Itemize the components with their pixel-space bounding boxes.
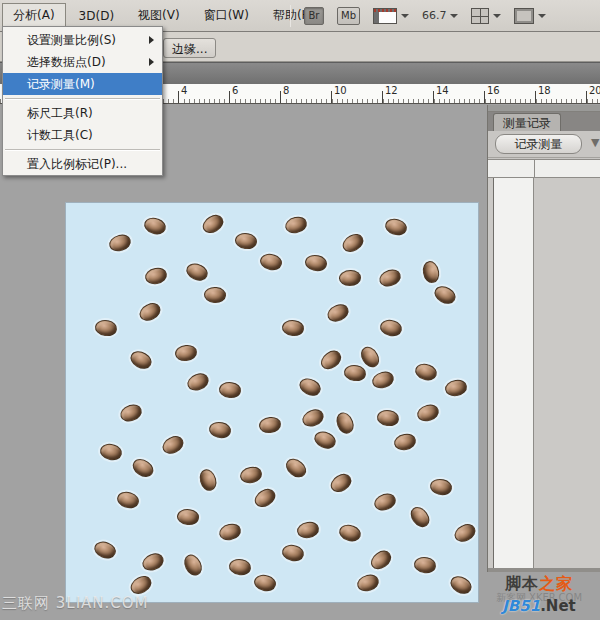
chevron-down-icon (538, 14, 546, 18)
menu-item-label: 置入比例标记(P)... (27, 157, 127, 171)
menu-item-select-data-points[interactable]: 选择数据点(D) (3, 51, 162, 73)
seed (142, 215, 168, 238)
seed (137, 300, 164, 324)
bridge-button[interactable]: Br (304, 7, 324, 25)
ruler-number: 4 (181, 85, 187, 96)
seed (218, 381, 242, 400)
arrange-documents-icon (471, 8, 489, 24)
menu-item-place-scale-marker[interactable]: 置入比例标记(P)... (3, 153, 162, 175)
seed (118, 402, 144, 424)
watermark-text: JB51 (502, 597, 540, 615)
seeds-layer (66, 203, 478, 602)
menu-item-record-measurements[interactable]: 记录测量(M) (3, 73, 162, 95)
menu-separator (5, 98, 160, 99)
refine-edge-button[interactable]: 边缘... (163, 38, 216, 58)
seed (444, 379, 468, 398)
seed (98, 441, 123, 462)
seed (407, 503, 433, 530)
menu-analysis[interactable]: 分析(A) (2, 3, 66, 28)
seed (343, 363, 367, 383)
seed (383, 216, 409, 238)
ruler-number: 10 (334, 85, 347, 96)
seed (337, 522, 363, 545)
seed (300, 407, 326, 430)
seed (107, 232, 132, 253)
seed (127, 348, 154, 373)
seed (452, 521, 479, 545)
separator (290, 5, 291, 27)
menu-item-count-tool[interactable]: 计数工具(C) (3, 124, 162, 146)
arrange-documents-control[interactable] (471, 8, 501, 24)
seed (340, 231, 367, 255)
seed (325, 301, 351, 324)
tab-measurement-log[interactable]: 测量记录 (493, 113, 561, 131)
seed (252, 572, 277, 593)
seed (378, 317, 403, 338)
seed (327, 471, 354, 496)
zoom-level-value: 66.7 (422, 9, 447, 22)
menu-item-set-measurement-scale[interactable]: 设置测量比例(S) (3, 29, 162, 51)
seed (181, 552, 205, 579)
panel-drag-strip[interactable] (488, 105, 600, 112)
ruler-number: 20 (589, 85, 600, 96)
seed (208, 420, 233, 440)
ruler-number: 14 (436, 85, 449, 96)
ruler-number: 8 (283, 85, 289, 96)
seed (174, 344, 197, 362)
menu-item-ruler-tool[interactable]: 标尺工具(R) (3, 102, 162, 124)
ruler-number: 18 (538, 85, 551, 96)
seed (239, 465, 263, 485)
menu-item-label: 设置测量比例(S) (27, 33, 116, 47)
panel-window-icon (373, 8, 397, 24)
seed (367, 547, 394, 573)
measurement-table (488, 159, 600, 568)
column-divider[interactable] (534, 160, 535, 177)
seed (421, 260, 441, 284)
seed (197, 467, 218, 492)
document-canvas[interactable] (66, 203, 478, 602)
zoom-level-control[interactable]: 66.7 (422, 9, 459, 22)
seed (317, 347, 344, 373)
submenu-arrow-icon (149, 36, 154, 44)
watermark-3lian: 三联网 3LIAN.COM (2, 594, 149, 613)
screen-mode-icon (514, 8, 534, 24)
seed (284, 215, 309, 235)
panel-toolbar: 记录测量 ▼ (488, 131, 600, 158)
mobile-button[interactable]: Mb (337, 7, 360, 25)
ruler-number: 12 (385, 85, 398, 96)
filter-icon[interactable]: ▼ (591, 136, 600, 150)
seed (447, 573, 474, 598)
seed (92, 538, 118, 561)
application-bar: Br Mb 66.7 (290, 0, 546, 31)
view-extras-control[interactable] (373, 8, 409, 24)
seed (94, 318, 118, 338)
seed (296, 521, 320, 540)
seed (258, 416, 281, 434)
seed (393, 432, 417, 452)
menu-item-label: 选择数据点(D) (27, 55, 106, 69)
record-measurements-button[interactable]: 记录测量 (495, 134, 582, 154)
seed (339, 270, 361, 286)
table-body (488, 178, 600, 568)
screen-mode-control[interactable] (514, 8, 546, 24)
menu-window[interactable]: 窗口(W) (193, 3, 260, 28)
seed (415, 402, 440, 423)
ruler-number: 16 (487, 85, 500, 96)
submenu-arrow-icon (149, 58, 154, 66)
seed (281, 319, 305, 338)
seed (376, 408, 400, 428)
watermark-jb51: 新客网 XKER.COM 脚本之家 JB51.Net (484, 574, 594, 615)
seed (251, 486, 278, 511)
seed (429, 477, 454, 497)
seed (203, 286, 226, 304)
menu-3d[interactable]: 3D(D) (68, 5, 125, 27)
watermark-site-url: JB51.Net (484, 597, 594, 615)
seed (431, 283, 458, 308)
seed (297, 375, 324, 399)
seed (413, 361, 439, 384)
analysis-dropdown-menu: 设置测量比例(S) 选择数据点(D) 记录测量(M) 标尺工具(R) 计数工具(… (2, 26, 163, 176)
seed (184, 260, 211, 284)
menu-separator (5, 149, 160, 150)
menu-view[interactable]: 视图(V) (127, 3, 191, 28)
panel-bottom-edge[interactable] (488, 568, 600, 572)
